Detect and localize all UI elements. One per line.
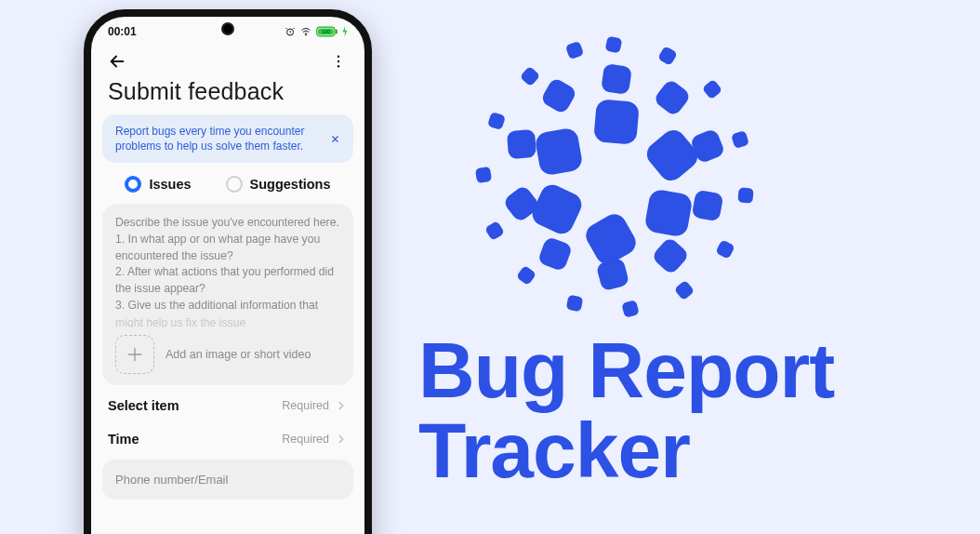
front-camera: [221, 22, 234, 35]
svg-rect-15: [674, 280, 695, 301]
select-item-hint: Required: [282, 399, 329, 412]
svg-rect-28: [651, 236, 690, 275]
description-card[interactable]: Describe the issue you've encountered he…: [102, 204, 353, 384]
logo-icon: [465, 28, 762, 326]
phone-frame: 00:01 100 Submit feedback R: [84, 9, 372, 534]
svg-point-7: [338, 60, 339, 62]
svg-point-8: [338, 65, 339, 67]
svg-rect-34: [593, 99, 640, 145]
svg-rect-17: [566, 295, 584, 313]
svg-rect-10: [657, 46, 678, 66]
radio-unselected-icon: [226, 176, 243, 193]
battery-icon: 100: [316, 26, 338, 37]
svg-point-6: [338, 56, 339, 58]
svg-rect-18: [516, 265, 536, 286]
svg-rect-38: [528, 180, 585, 237]
svg-rect-37: [582, 210, 641, 269]
svg-rect-23: [565, 41, 585, 60]
chevron-right-icon: [335, 399, 348, 412]
description-placeholder: Describe the issue you've encountered he…: [115, 215, 340, 314]
svg-rect-27: [692, 190, 724, 222]
time-label: Time: [108, 432, 139, 447]
page-title: Submit feedback: [91, 76, 364, 114]
description-placeholder-cut: might help us fix the issue: [115, 316, 340, 327]
svg-rect-19: [484, 220, 505, 241]
add-media-row[interactable]: Add an image or short video: [115, 335, 340, 374]
phone-screen: 00:01 100 Submit feedback R: [91, 17, 364, 534]
dots-vertical-icon: [330, 53, 347, 70]
plus-icon: [126, 345, 144, 364]
canvas: 00:01 100 Submit feedback R: [0, 0, 980, 534]
svg-rect-9: [605, 36, 623, 54]
alarm-icon: [285, 26, 296, 37]
svg-rect-12: [731, 130, 749, 149]
select-item-label: Select item: [108, 398, 179, 413]
svg-rect-20: [475, 167, 492, 183]
svg-rect-13: [737, 187, 753, 203]
svg-rect-14: [715, 239, 735, 260]
select-item-row[interactable]: Select item Required: [91, 385, 364, 426]
svg-point-1: [306, 34, 307, 35]
svg-rect-36: [643, 188, 693, 237]
svg-rect-35: [642, 126, 703, 186]
svg-rect-32: [507, 129, 536, 159]
svg-rect-22: [520, 66, 541, 87]
brand-title-line1: Bug Report: [418, 327, 834, 414]
brand-panel: Bug Report Tracker: [418, 28, 958, 490]
svg-rect-16: [621, 300, 640, 318]
tab-suggestions[interactable]: Suggestions: [226, 176, 331, 193]
time-row[interactable]: Time Required: [91, 426, 364, 460]
app-bar: [91, 43, 364, 76]
svg-rect-33: [540, 77, 578, 115]
charging-icon: [342, 26, 348, 37]
status-icons: 100: [285, 26, 348, 37]
brand-title-line2: Tracker: [418, 407, 690, 494]
feedback-type-tabs: Issues Suggestions: [91, 172, 364, 204]
svg-rect-24: [601, 63, 632, 95]
status-time: 00:01: [108, 25, 137, 38]
add-media-box[interactable]: [115, 335, 154, 374]
svg-rect-25: [653, 78, 692, 117]
add-media-label: Add an image or short video: [166, 348, 311, 361]
status-bar: 00:01 100: [91, 17, 364, 43]
svg-text:100: 100: [322, 29, 330, 34]
more-button[interactable]: [327, 50, 350, 73]
arrow-left-icon: [107, 51, 127, 72]
contact-input[interactable]: Phone number/Email: [102, 460, 353, 500]
radio-selected-icon: [125, 176, 141, 193]
brand-logo: [465, 28, 762, 326]
svg-rect-11: [702, 79, 723, 100]
chevron-right-icon: [335, 433, 348, 446]
info-banner: Report bugs every time you encounter pro…: [102, 114, 353, 163]
time-hint: Required: [282, 433, 329, 446]
contact-placeholder: Phone number/Email: [115, 473, 228, 487]
back-button[interactable]: [106, 50, 128, 73]
wifi-icon: [299, 26, 312, 37]
tab-issues-label: Issues: [149, 177, 191, 192]
svg-rect-4: [336, 30, 338, 34]
svg-rect-21: [487, 112, 506, 130]
tab-issues[interactable]: Issues: [125, 176, 191, 193]
svg-rect-30: [537, 236, 573, 272]
close-icon: [330, 134, 340, 144]
tab-suggestions-label: Suggestions: [250, 177, 331, 192]
info-banner-text: Report bugs every time you encounter pro…: [115, 125, 304, 153]
brand-title: Bug Report Tracker: [418, 331, 834, 490]
info-banner-close[interactable]: [325, 129, 344, 148]
svg-rect-39: [534, 127, 583, 176]
